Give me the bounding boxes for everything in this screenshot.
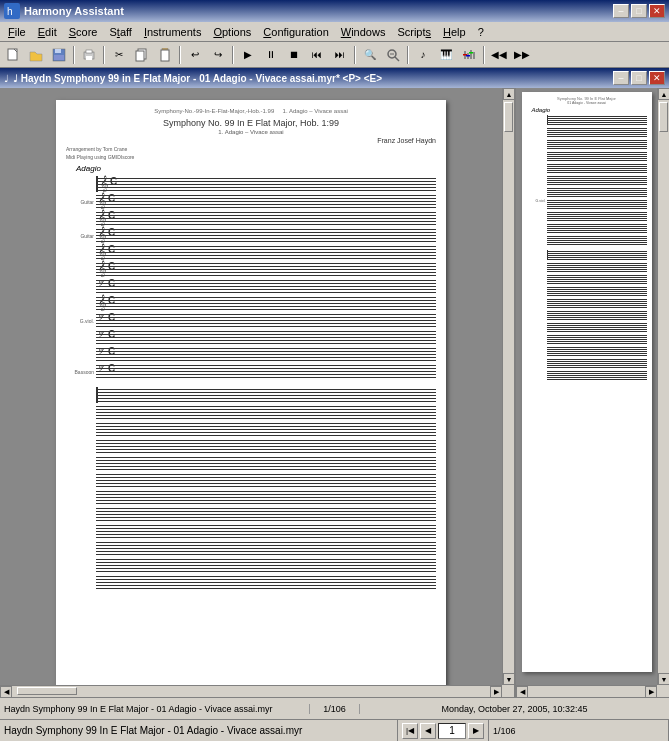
- preview-s2-label-5: [527, 298, 547, 308]
- close-button[interactable]: ✕: [649, 4, 665, 18]
- preview-vscroll[interactable]: ▲ ▼: [657, 88, 669, 685]
- toolbar-open[interactable]: [25, 44, 47, 66]
- preview-s2-lines-9: [547, 346, 647, 356]
- vscroll-up[interactable]: ▲: [503, 88, 514, 100]
- staff-row-2-1: [66, 387, 436, 403]
- staff-row-11: 𝄢 C: [66, 346, 436, 362]
- hscroll-track[interactable]: [12, 686, 490, 697]
- preview-staff-row-8: G.viol.: [527, 199, 647, 209]
- preview-label-6: [527, 175, 547, 185]
- preview-s2-lines-10: [547, 358, 647, 368]
- clef-4: 𝄞: [98, 227, 106, 241]
- vscroll-thumb[interactable]: [504, 102, 513, 132]
- page-prev-button[interactable]: ◀: [420, 723, 436, 739]
- staff-lines-2-10: [96, 540, 436, 556]
- toolbar-instruments[interactable]: 🎹: [435, 44, 457, 66]
- score-scroll[interactable]: Symphony-No.-99-In-E-Flat-Major,-Hob.-1.…: [0, 88, 502, 685]
- toolbar-fastfwd[interactable]: ⏭: [329, 44, 351, 66]
- toolbar-rewind[interactable]: ⏮: [306, 44, 328, 66]
- menu-configuration[interactable]: Configuration: [257, 23, 334, 41]
- hscroll-thumb[interactable]: [17, 687, 77, 695]
- title-bar-buttons: – □ ✕: [613, 4, 665, 18]
- preview-staff-row-9: [527, 211, 647, 221]
- menu-edit[interactable]: Edit: [32, 23, 63, 41]
- toolbar-new[interactable]: [2, 44, 24, 66]
- hscroll-left[interactable]: ◀: [0, 686, 12, 697]
- toolbar-play[interactable]: ▶: [237, 44, 259, 66]
- toolbar-stop[interactable]: ⏹: [283, 44, 305, 66]
- toolbar-pause[interactable]: ⏸: [260, 44, 282, 66]
- app-icon: h: [4, 3, 20, 19]
- score-header-small: Symphony-No.-99-In-E-Flat-Major,-Hob.-1.…: [66, 108, 436, 114]
- page-next-button[interactable]: ▶: [468, 723, 484, 739]
- score-hscroll[interactable]: ◀ ▶: [0, 685, 502, 697]
- menu-score[interactable]: Score: [63, 23, 104, 41]
- toolbar-scroll-left[interactable]: ◀◀: [488, 44, 510, 66]
- menu-options[interactable]: Options: [207, 23, 257, 41]
- preview-lines-2: [547, 127, 647, 137]
- toolbar-mixer[interactable]: [458, 44, 480, 66]
- staff-row-2-11: [66, 557, 436, 573]
- toolbar-undo[interactable]: ↩: [184, 44, 206, 66]
- preview-s2-lines-1: [547, 250, 647, 260]
- menu-file[interactable]: File: [2, 23, 32, 41]
- doc-title-bar: ♩ ♩ Haydn Symphony 99 in E Flat Major - …: [0, 68, 669, 88]
- toolbar-scroll-right[interactable]: ▶▶: [511, 44, 533, 66]
- menu-windows[interactable]: Windows: [335, 23, 392, 41]
- preview-hscroll[interactable]: ◀ ▶: [516, 685, 657, 697]
- toolbar-paste[interactable]: [154, 44, 176, 66]
- staff-lines-2-5: [96, 455, 436, 471]
- doc-icon: ♩: [4, 73, 9, 84]
- preview-label-9: [527, 211, 547, 221]
- preview-system-2: [527, 250, 647, 380]
- clef-3: 𝄞: [98, 210, 106, 224]
- page-number-input[interactable]: [438, 723, 466, 739]
- staff-row-12: Bassoon 𝄢 C: [66, 363, 436, 379]
- vscroll-down[interactable]: ▼: [503, 673, 514, 685]
- staff-lines-2-12: [96, 574, 436, 590]
- toolbar-redo[interactable]: ↪: [207, 44, 229, 66]
- preview-vscroll-down[interactable]: ▼: [658, 673, 669, 685]
- preview-s2-label-11: [527, 370, 547, 380]
- staff-row-2-2: [66, 404, 436, 420]
- preview-scroll[interactable]: Symphony No. 99 In E Flat Major 01 Adagi…: [516, 88, 657, 685]
- toolbar-zoom-in[interactable]: 🔍: [359, 44, 381, 66]
- staff-lines-2-8: [96, 506, 436, 522]
- preview-staff-row-6: [527, 175, 647, 185]
- score-page: Symphony-No.-99-In-E-Flat-Major,-Hob.-1.…: [56, 100, 446, 685]
- preview-hscroll-right[interactable]: ▶: [645, 686, 657, 697]
- toolbar-zoom-out[interactable]: [382, 44, 404, 66]
- staff-lines-11: 𝄢 C: [96, 346, 436, 362]
- preview-vscroll-thumb[interactable]: [659, 102, 668, 132]
- clef-6: 𝄞: [98, 261, 106, 275]
- toolbar-print[interactable]: [78, 44, 100, 66]
- doc-maximize[interactable]: □: [631, 71, 647, 85]
- preview-hscroll-track[interactable]: [528, 686, 645, 697]
- doc-close[interactable]: ✕: [649, 71, 665, 85]
- menu-staff[interactable]: Staff: [103, 23, 137, 41]
- minimize-button[interactable]: –: [613, 4, 629, 18]
- staff-label-2: Guitar: [66, 193, 96, 209]
- score-vscroll[interactable]: ▲ ▼: [502, 88, 514, 685]
- toolbar-transpose[interactable]: ♪: [412, 44, 434, 66]
- toolbar-save[interactable]: [48, 44, 70, 66]
- maximize-button[interactable]: □: [631, 4, 647, 18]
- doc-minimize[interactable]: –: [613, 71, 629, 85]
- preview-hscroll-left[interactable]: ◀: [516, 686, 528, 697]
- page-first-button[interactable]: |◀: [402, 723, 418, 739]
- score-tempo: Adagio: [76, 164, 436, 173]
- menu-question[interactable]: ?: [472, 23, 490, 41]
- preview-s2-lines-4: [547, 286, 647, 296]
- status-filename: Haydn Symphony 99 In E Flat Major - 01 A…: [0, 720, 398, 741]
- time-sig-1: C: [110, 177, 117, 187]
- menu-instruments[interactable]: Instruments: [138, 23, 207, 41]
- menu-help[interactable]: Help: [437, 23, 472, 41]
- staff-label-2-7: [66, 489, 96, 505]
- preview-vscroll-up[interactable]: ▲: [658, 88, 669, 100]
- toolbar-cut[interactable]: ✂: [108, 44, 130, 66]
- preview-lines-8: [547, 199, 647, 209]
- hscroll-right[interactable]: ▶: [490, 686, 502, 697]
- preview-label-11: [527, 235, 547, 245]
- menu-scripts[interactable]: Scripts: [391, 23, 437, 41]
- toolbar-copy[interactable]: [131, 44, 153, 66]
